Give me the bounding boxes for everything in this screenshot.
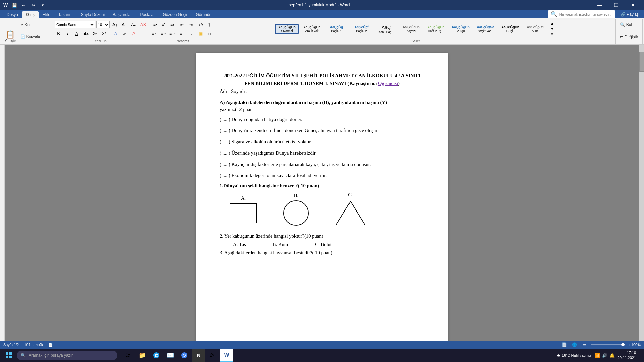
replace-btn[interactable]: ⇄ Değiştir <box>618 32 640 42</box>
superscript-btn[interactable]: X² <box>100 30 108 37</box>
shading-btn[interactable]: ▣ <box>197 30 205 37</box>
tab-gorunum[interactable]: Görünüm <box>192 11 217 18</box>
ribbon-group-paragraf: ≡• ≡1 ≡▸ ⇤ ⇥ ↕A ¶ ≡← ≡↔ ≡→ ≡ ↕ <box>149 19 216 44</box>
align-center-btn[interactable]: ≡↔ <box>160 30 168 37</box>
grow-font-btn[interactable]: A↑ <box>111 21 119 28</box>
find-btn[interactable]: 🔍 Bul <box>618 19 640 30</box>
justify-btn[interactable]: ≡ <box>177 30 185 37</box>
help-input[interactable] <box>559 12 612 16</box>
window-controls: — ❐ ✕ <box>592 0 641 10</box>
edge-icon <box>153 352 160 359</box>
network-icon[interactable]: 📶 <box>595 353 600 358</box>
font-name-select[interactable]: Comic Sans <box>55 21 95 28</box>
help-search-box[interactable]: 🔍 <box>548 10 615 18</box>
style-altyazi[interactable]: AaÇçĞğHh Altyazı <box>399 24 423 34</box>
style-vurgu[interactable]: AaÇçĞğHh Vurgu <box>449 24 472 34</box>
sort-btn[interactable]: ↕A <box>197 21 205 28</box>
bold-btn[interactable]: K <box>55 30 63 37</box>
taskbar-mail[interactable]: ✉️ <box>164 349 177 362</box>
shrink-font-btn[interactable]: A↓ <box>120 21 128 28</box>
show-para-btn[interactable]: ¶ <box>205 21 213 28</box>
taskbar-store[interactable]: 🛍 <box>206 349 219 362</box>
qa-dropdown[interactable]: ▾ <box>39 1 47 9</box>
multilevel-btn[interactable]: ≡▸ <box>168 21 176 28</box>
tab-dosya[interactable]: Dosya <box>3 11 22 18</box>
style-heading1[interactable]: AaÇçĞğ Başlık 1 <box>325 24 348 34</box>
copy-button[interactable]: 📄 Kopyala <box>19 31 52 42</box>
underline-btn[interactable]: A <box>73 30 81 37</box>
taskbar-word[interactable]: W <box>220 349 233 362</box>
doc-q3-partial: 3. Aşağıdakilerden hangisi hayvansal bes… <box>220 250 424 256</box>
font-color-btn[interactable]: A <box>130 30 138 37</box>
style-guclu[interactable]: AaÇçĞğHh Güçlü <box>498 24 522 34</box>
style-no-spacing[interactable]: AaÇçĞğHh Aralık Yok <box>300 24 323 34</box>
taskbar-file-explorer[interactable]: 📁 <box>136 349 149 362</box>
share-button[interactable]: 🔗 Paylaş <box>618 12 641 17</box>
maximize-btn[interactable]: ❐ <box>608 0 624 10</box>
start-button[interactable] <box>2 349 15 362</box>
tab-gozden-gecir[interactable]: Gözden Geçir <box>159 11 192 18</box>
tab-giris[interactable]: Giriş <box>22 11 39 18</box>
undo-quick-btn[interactable]: ↩ <box>20 1 28 9</box>
tab-sayfa-duzeni[interactable]: Sayfa Düzeni <box>77 11 109 18</box>
doc-q5: (......) Kayaçlar dış faktörlerle parçal… <box>220 161 424 168</box>
taskbar-edge[interactable] <box>150 349 163 362</box>
notification-icon[interactable]: 🔔 <box>609 353 615 358</box>
tab-basvurular[interactable]: Başvurular <box>109 11 136 18</box>
scrollbar-thumb[interactable] <box>639 52 644 72</box>
outline-btn[interactable]: ☰ <box>581 342 588 347</box>
paste-button[interactable]: 📋Yapıştır <box>3 27 18 46</box>
save-quick-btn[interactable]: 💾 <box>10 1 18 9</box>
bullets-btn[interactable]: ≡• <box>151 21 159 28</box>
align-right-btn[interactable]: ≡→ <box>168 30 176 37</box>
change-case-btn[interactable]: Aa <box>130 21 138 28</box>
volume-icon[interactable]: 🔊 <box>602 353 607 358</box>
close-btn[interactable]: ✕ <box>625 0 641 10</box>
cut-button[interactable]: ✂ Kes <box>19 19 52 30</box>
numbering-btn[interactable]: ≡1 <box>160 21 168 28</box>
clear-format-btn[interactable]: A✕ <box>139 21 147 28</box>
styles-more-btn[interactable]: ⊟ <box>548 32 556 37</box>
style-heading2[interactable]: AaÇçĞğİ Başlık 2 <box>350 24 373 34</box>
style-normal[interactable]: AaÇçĞğHh ↑ Normal <box>275 24 299 34</box>
ruler-top <box>196 52 448 52</box>
style-konu[interactable]: AaÇ Konu Baş... <box>374 24 398 35</box>
scrollbar-track[interactable] <box>639 45 644 341</box>
tab-postalar[interactable]: Postalar <box>136 11 159 18</box>
style-alinti[interactable]: AaÇçĞğHh Alıntı <box>523 24 547 34</box>
styles-down-btn[interactable]: ▼ <box>548 26 556 32</box>
ribbon-group-duzenleme: 🔍 Bul ⇄ Değiştir ⌖ Seç▾ Düzenleme <box>616 19 643 44</box>
taskbar-datetime[interactable]: 17:10 29.11.2021 <box>618 350 636 361</box>
align-left-btn[interactable]: ≡← <box>151 30 159 37</box>
svg-point-8 <box>183 354 185 356</box>
taskbar-sys-icons: 📶 🔊 🔔 <box>595 353 615 358</box>
tab-ekle[interactable]: Ekle <box>39 11 54 18</box>
subscript-btn[interactable]: X₂ <box>91 30 99 37</box>
line-spacing-btn[interactable]: ↕ <box>187 30 195 37</box>
tab-tasarim[interactable]: Tasarım <box>54 11 77 18</box>
style-hafif[interactable]: AaÇçĞğHh Hafif Vurg... <box>424 24 447 34</box>
font-size-select[interactable]: 10 <box>96 21 110 28</box>
border-btn[interactable]: □ <box>205 30 213 37</box>
minimize-btn[interactable]: — <box>592 0 607 10</box>
right-scrollbar[interactable] <box>639 45 644 341</box>
styles-up-btn[interactable]: ▲ <box>548 21 556 26</box>
taskbar-chrome[interactable] <box>178 349 191 362</box>
decrease-indent-btn[interactable]: ⇤ <box>178 21 186 28</box>
taskbar-search[interactable]: 🔍 Aramak için buraya yazın <box>17 351 117 360</box>
increase-indent-btn[interactable]: ⇥ <box>187 21 195 28</box>
redo-quick-btn[interactable]: ↪ <box>29 1 37 9</box>
print-layout-btn[interactable]: 📄 <box>561 342 568 347</box>
highlight-btn[interactable]: 🖊 <box>121 30 129 37</box>
scroll-area[interactable]: 2021-2022 EĞİTİM ÖĞRETİM YILI ŞEHİT POLİ… <box>5 45 639 341</box>
italic-btn[interactable]: İ <box>64 30 72 37</box>
zoom-thumb[interactable] <box>621 343 625 346</box>
show-desktop-btn[interactable] <box>639 350 641 360</box>
web-layout-btn[interactable]: 🌐 <box>571 342 578 347</box>
taskbar-taskview[interactable]: 🗂 <box>121 349 135 362</box>
strikethrough-btn[interactable]: abc <box>82 30 90 37</box>
text-effect-btn[interactable]: A <box>112 30 120 37</box>
taskbar-notion[interactable]: N <box>192 349 205 362</box>
style-guclu-vurgu[interactable]: AaÇçĞğHh Güçlü Vur... <box>474 24 497 34</box>
zoom-slider[interactable] <box>591 344 625 345</box>
